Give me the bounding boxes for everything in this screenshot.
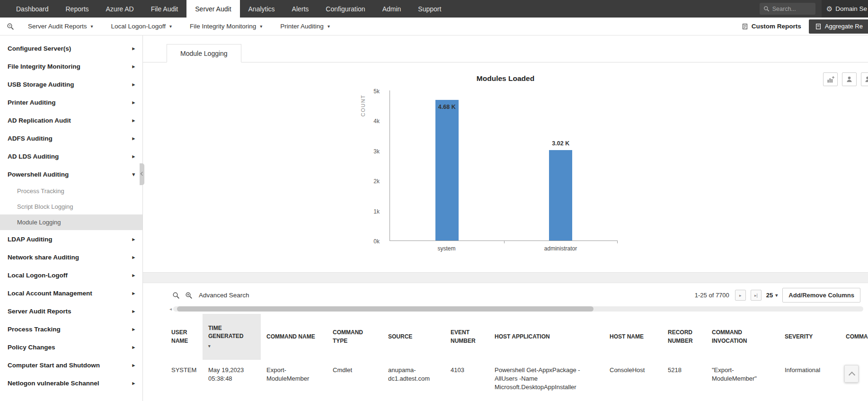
col-command-type[interactable]: COMMAND TYPE bbox=[327, 314, 382, 360]
col-user-name[interactable]: USER NAME bbox=[166, 314, 203, 360]
column-label: COMMAND INVOCATION bbox=[712, 329, 747, 344]
sidebar-item-powershell-auditing[interactable]: Powershell Auditing▾ bbox=[0, 165, 142, 183]
sidebar-subitem-module-logging[interactable]: Module Logging bbox=[0, 214, 142, 230]
nav-admin[interactable]: Admin bbox=[374, 0, 410, 18]
bar-system[interactable] bbox=[435, 100, 459, 241]
column-label: SEVERITY bbox=[785, 333, 813, 340]
menu-printer-auditing[interactable]: Printer Auditing ▾ bbox=[271, 23, 339, 30]
sidebar-item-server-audit-reports[interactable]: Server Audit Reports▸ bbox=[0, 302, 142, 320]
nav-alerts[interactable]: Alerts bbox=[283, 0, 318, 18]
chevron-down-icon: ▾ bbox=[132, 171, 135, 178]
sidebar-subitem-script-block-logging[interactable]: Script Block Logging bbox=[0, 199, 142, 214]
custom-reports-button[interactable]: Custom Reports bbox=[742, 23, 801, 30]
nav-server-audit[interactable]: Server Audit bbox=[186, 0, 239, 18]
sidebar-item-network-share-auditing[interactable]: Network share Auditing▸ bbox=[0, 248, 142, 266]
nav-analytics[interactable]: Analytics bbox=[240, 0, 283, 18]
scrollbar-track[interactable] bbox=[173, 306, 863, 312]
cell-command-invocation: "Export-ModuleMember" bbox=[706, 360, 779, 392]
sidebar-item-local-logon-logoff[interactable]: Local Logon-Logoff▸ bbox=[0, 266, 142, 284]
y-tick-label: 3k bbox=[356, 148, 380, 155]
nav-support[interactable]: Support bbox=[409, 0, 450, 18]
scroll-left-icon[interactable]: ◂ bbox=[169, 306, 172, 312]
chevron-right-icon: ▸ bbox=[132, 344, 135, 350]
sidebar-collapse-handle[interactable] bbox=[140, 163, 144, 185]
advanced-search-icon[interactable] bbox=[185, 292, 193, 299]
global-search[interactable] bbox=[760, 3, 815, 15]
chevron-right-icon: ▸ bbox=[132, 380, 135, 386]
sidebar-item-label: Configured Server(s) bbox=[8, 45, 71, 52]
sidebar-item-ad-replication-audit[interactable]: AD Replication Audit▸ bbox=[0, 111, 142, 129]
cell-command-type: Cmdlet bbox=[327, 360, 382, 392]
col-command-path[interactable]: COMMAND PATH bbox=[840, 314, 868, 360]
last-page-button[interactable]: ▸| bbox=[751, 290, 762, 301]
nav-configuration[interactable]: Configuration bbox=[317, 0, 373, 18]
menu-server-audit-reports[interactable]: Server Audit Reports ▾ bbox=[19, 23, 102, 30]
aggregate-report-icon bbox=[815, 23, 822, 30]
nav-dashboard[interactable]: Dashboard bbox=[8, 0, 57, 18]
sidebar-item-label: Printer Auditing bbox=[8, 99, 56, 106]
chevron-right-icon: ▸ bbox=[132, 63, 135, 70]
user-logon-icon[interactable] bbox=[861, 72, 868, 86]
col-event-number[interactable]: EVENT NUMBER bbox=[445, 314, 489, 360]
bar-value-label: 4.68 K bbox=[438, 104, 456, 110]
sidebar-item-configured-servers[interactable]: Configured Server(s)▸ bbox=[0, 39, 142, 57]
column-label: EVENT NUMBER bbox=[451, 329, 476, 344]
col-command-name[interactable]: COMMAND NAME bbox=[261, 314, 327, 360]
advanced-search-label[interactable]: Advanced Search bbox=[199, 292, 249, 299]
search-icon[interactable] bbox=[172, 292, 180, 299]
scroll-to-top-button[interactable] bbox=[844, 365, 859, 383]
sidebar-item-process-tracking[interactable]: Process Tracking▸ bbox=[0, 320, 142, 338]
nav-azure-ad[interactable]: Azure AD bbox=[97, 0, 142, 18]
quick-search-icon[interactable] bbox=[7, 23, 14, 30]
tab-module-logging[interactable]: Module Logging bbox=[167, 44, 241, 62]
module-logging-table: USER NAME TIME GENERATED ▾ COMMAND NAME … bbox=[166, 314, 868, 392]
menu-file-integrity-monitoring[interactable]: File Integrity Monitoring ▾ bbox=[181, 23, 271, 30]
main-content: Module Logging Modules Loaded COUNT 0k1k… bbox=[143, 36, 868, 401]
nav-file-audit[interactable]: File Audit bbox=[142, 0, 187, 18]
next-page-button[interactable]: ▸ bbox=[735, 290, 746, 301]
col-command-invocation[interactable]: COMMAND INVOCATION bbox=[706, 314, 779, 360]
sidebar-subitem-label: Script Block Logging bbox=[17, 203, 73, 210]
column-label: HOST APPLICATION bbox=[495, 333, 550, 340]
sidebar-item-netlogon-vulnerable-schannel[interactable]: Netlogon vulnerable Schannel▸ bbox=[0, 374, 142, 392]
table-row[interactable]: SYSTEM May 19,2023 05:38:48 Export-Modul… bbox=[166, 360, 868, 392]
sidebar-subitem-process-tracking[interactable]: Process Tracking bbox=[0, 183, 142, 199]
sidebar-item-printer-auditing[interactable]: Printer Auditing▸ bbox=[0, 93, 142, 111]
sidebar-item-usb-storage-auditing[interactable]: USB Storage Auditing▸ bbox=[0, 75, 142, 93]
add-remove-columns-button[interactable]: Add/Remove Columns bbox=[782, 288, 860, 303]
sidebar-item-ad-lds-auditing[interactable]: AD LDS Auditing▸ bbox=[0, 147, 142, 165]
chevron-right-icon: ▸ bbox=[132, 362, 135, 368]
user-filter-icon[interactable] bbox=[842, 72, 857, 86]
col-source[interactable]: SOURCE bbox=[382, 314, 445, 360]
col-record-number[interactable]: RECORD NUMBER bbox=[662, 314, 706, 360]
sidebar-item-label: Powershell Auditing bbox=[8, 171, 69, 178]
domain-settings[interactable]: ⚙ Domain Se bbox=[822, 0, 868, 18]
sidebar-item-adfs-auditing[interactable]: ADFS Auditing▸ bbox=[0, 129, 142, 147]
search-input[interactable] bbox=[772, 6, 811, 12]
caret-down-icon: ▾ bbox=[91, 24, 93, 29]
sidebar-item-policy-changes[interactable]: Policy Changes▸ bbox=[0, 338, 142, 356]
x-axis-labels: system administrator bbox=[390, 245, 618, 252]
sidebar-item-local-account-management[interactable]: Local Account Management▸ bbox=[0, 284, 142, 302]
add-to-report-icon[interactable] bbox=[823, 72, 838, 86]
sidebar-item-ldap-auditing[interactable]: LDAP Auditing▸ bbox=[0, 230, 142, 248]
sort-desc-icon[interactable]: ▾ bbox=[208, 343, 255, 349]
col-host-name[interactable]: HOST NAME bbox=[604, 314, 662, 360]
aggregate-reports-button[interactable]: Aggregate Re bbox=[809, 19, 868, 34]
nav-reports[interactable]: Reports bbox=[57, 0, 97, 18]
sidebar-item-computer-start-and-shutdown[interactable]: Computer Start and Shutdown▸ bbox=[0, 356, 142, 374]
chevron-right-icon: ▸ bbox=[132, 81, 135, 88]
scrollbar-thumb[interactable] bbox=[177, 306, 593, 312]
col-severity[interactable]: SEVERITY bbox=[779, 314, 840, 360]
page-size-select[interactable]: 25 ▾ bbox=[766, 292, 778, 299]
cell-command-name: Export-ModuleMember bbox=[261, 360, 327, 392]
pagination-range: 1-25 of 7700 bbox=[695, 292, 729, 299]
chart-toolbar bbox=[823, 72, 868, 86]
sidebar-item-label: Network share Auditing bbox=[8, 254, 79, 261]
col-time-generated[interactable]: TIME GENERATED ▾ bbox=[203, 314, 261, 360]
bar-administrator[interactable] bbox=[549, 150, 572, 241]
caret-down-icon: ▾ bbox=[169, 24, 172, 29]
col-host-application[interactable]: HOST APPLICATION bbox=[489, 314, 604, 360]
menu-local-logon-logoff[interactable]: Local Logon-Logoff ▾ bbox=[102, 23, 181, 30]
sidebar-item-file-integrity-monitoring[interactable]: File Integrity Monitoring▸ bbox=[0, 57, 142, 75]
